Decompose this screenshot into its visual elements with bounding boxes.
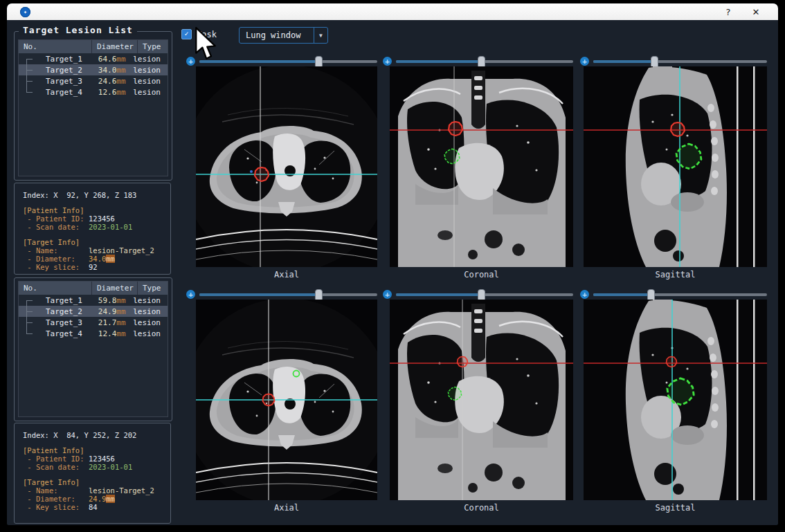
lesion-contour-red (458, 357, 468, 367)
row-type: lesion (133, 88, 168, 97)
help-button[interactable]: ? (714, 7, 742, 17)
tree-branch-icon (19, 317, 37, 328)
table-row[interactable]: Target_3 21.7mm lesion (19, 317, 168, 328)
chevron-down-icon[interactable]: ▼ (314, 28, 327, 43)
window-preset-dropdown[interactable]: Lung window ▼ (239, 27, 328, 44)
target-lesion-group: Target Lesion List No. Diameter Type Tar… (14, 31, 172, 181)
patient-id-label: - Patient ID: (23, 455, 89, 463)
table-row[interactable]: Target_2 24.9mm lesion (19, 306, 168, 317)
col-type: Type (138, 40, 168, 53)
sagittal-label: Sagittal (584, 503, 767, 513)
scan-date-label: - Scan date: (23, 223, 89, 231)
patient-info-section: [Patient Info] (23, 206, 165, 214)
row-diameter: 64.6mm (93, 55, 133, 64)
target-diameter-label: - Diameter: (23, 255, 89, 263)
row-diameter: 24.9mm (93, 307, 133, 316)
tree-branch-icon (19, 53, 37, 64)
app-icon: ✦ (20, 7, 30, 17)
sagittal-label: Sagittal (584, 270, 767, 280)
axial-viewport-2[interactable] (196, 300, 377, 500)
row-diameter: 34.0mm (93, 66, 133, 75)
row-diameter: 12.4mm (93, 329, 133, 338)
table-row[interactable]: Target_3 24.6mm lesion (19, 75, 168, 86)
slider-track[interactable] (199, 60, 377, 63)
tree-branch-icon (19, 64, 37, 75)
row-diameter: 12.6mm (93, 88, 133, 97)
close-button[interactable]: ✕ (742, 7, 770, 17)
axial-viewport-1[interactable] (196, 66, 377, 267)
target-diameter-label: - Diameter: (23, 495, 89, 503)
info-panel-2: Index: X 84, Y 252, Z 202 [Patient Info]… (14, 423, 171, 524)
slider-fill (199, 60, 318, 63)
scan-date-value: 2023-01-01 (89, 223, 132, 231)
lesion-contour-red (667, 357, 677, 367)
target-name-label: - Name: (23, 246, 89, 255)
table-row[interactable]: Target_1 64.6mm lesion (19, 53, 168, 64)
row-name: Target_3 (37, 77, 93, 86)
row-name: Target_1 (37, 55, 93, 64)
row-type: lesion (133, 318, 168, 327)
slider-track[interactable] (396, 293, 573, 296)
row-diameter: 24.6mm (93, 77, 133, 86)
slider-track[interactable] (199, 293, 377, 296)
slider-fill (199, 293, 318, 296)
app-window: ✦ ? ✕ Target Lesion List No. Diameter Ty… (7, 3, 778, 525)
slider-fill (396, 60, 481, 63)
tree-branch-icon (19, 328, 37, 339)
row-type: lesion (133, 55, 168, 64)
mask-checkbox[interactable]: ✓ (181, 29, 192, 39)
target-info-section: [Target Info] (23, 238, 165, 246)
col-diameter: Diameter (92, 40, 138, 53)
table-row[interactable]: Target_1 59.8mm lesion (19, 295, 168, 306)
col-no: No. (19, 282, 92, 295)
target-diameter-unit: mm (106, 495, 115, 503)
target-name-value: lesion-Target_2 (89, 486, 154, 495)
lesion-table-2: No. Diameter Type Target_1 59.8mm lesion… (18, 281, 168, 417)
plus-icon[interactable]: + (383, 290, 392, 299)
target-name-value: lesion-Target_2 (89, 246, 154, 255)
slider-fill (396, 293, 481, 296)
tree-branch-icon (19, 75, 37, 86)
slider-track[interactable] (396, 60, 573, 63)
plus-icon[interactable]: + (186, 290, 195, 299)
key-slice-label: - Key slice: (23, 263, 89, 271)
main-content: Target Lesion List No. Diameter Type Tar… (7, 20, 778, 525)
coronal-viewport-1[interactable] (390, 66, 573, 267)
table-row[interactable]: Target_4 12.4mm lesion (19, 328, 168, 339)
row-name: Target_4 (37, 88, 93, 97)
tree-branch-icon (19, 295, 37, 306)
target-info-section: [Target Info] (23, 478, 165, 486)
plus-icon[interactable]: + (383, 57, 392, 66)
row-type: lesion (133, 307, 168, 316)
table-header: No. Diameter Type (19, 282, 168, 295)
coronal-label: Coronal (390, 503, 573, 513)
axial-label: Axial (196, 270, 377, 280)
col-no: No. (19, 40, 92, 53)
title-bar[interactable]: ✦ ? ✕ (7, 3, 778, 20)
row-name: Target_1 (37, 296, 93, 305)
slider-track[interactable] (593, 293, 767, 296)
row-diameter: 59.8mm (93, 296, 133, 305)
key-slice-label: - Key slice: (23, 503, 89, 511)
row-name: Target_2 (37, 66, 93, 75)
scan-date-label: - Scan date: (23, 463, 89, 471)
row-type: lesion (133, 77, 168, 86)
table-row[interactable]: Target_4 12.6mm lesion (19, 86, 168, 98)
sagittal-viewport-2[interactable] (584, 300, 767, 500)
mouse-cursor-icon (193, 27, 218, 60)
slider-track[interactable] (593, 60, 767, 63)
table-row[interactable]: Target_2 34.0mm lesion (19, 64, 168, 75)
tree-branch-icon (19, 306, 37, 317)
patient-id-value: 123456 (89, 214, 115, 223)
sagittal-viewport-1[interactable] (584, 66, 767, 267)
row-type: lesion (133, 296, 168, 305)
plus-icon[interactable]: + (580, 290, 589, 299)
patient-id-value: 123456 (89, 455, 115, 463)
lesion-contour-red (449, 122, 462, 136)
patient-info-section: [Patient Info] (23, 446, 165, 455)
patient-id-label: - Patient ID: (23, 214, 89, 223)
scan-date-value: 2023-01-01 (89, 463, 132, 471)
tree-branch-icon (19, 86, 37, 98)
plus-icon[interactable]: + (580, 57, 589, 66)
coronal-viewport-2[interactable] (390, 300, 573, 500)
